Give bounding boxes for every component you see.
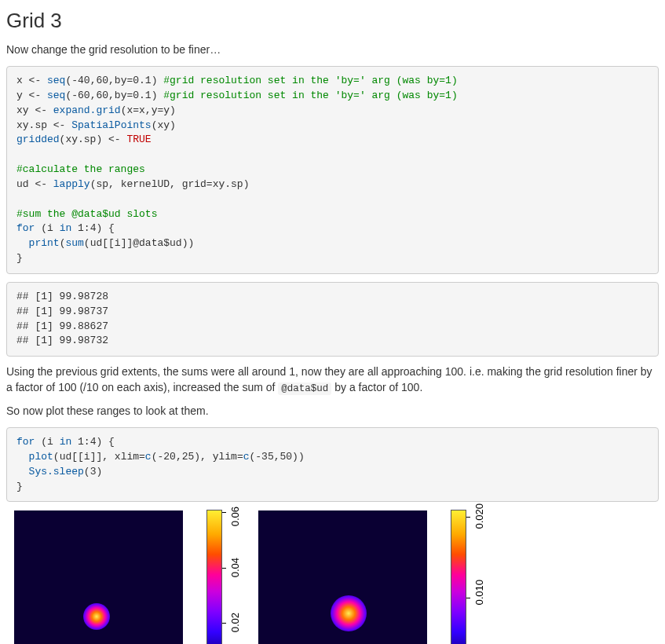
plots-row: 0.00 0.02 0.04 0.06 0.000 0.010 0.020: [6, 510, 659, 644]
plot-1: 0.00 0.02 0.04 0.06: [14, 510, 243, 644]
paragraph-2: So now plot these ranges to look at them…: [6, 404, 659, 419]
plot-2: 0.000 0.010 0.020: [258, 510, 487, 644]
colorbar-labels: 0.000 0.010 0.020: [473, 510, 487, 644]
colorbar-labels: 0.00 0.02 0.04 0.06: [228, 510, 243, 644]
code-block-2: for (i in 1:4) { plot(ud[[i]], xlim=c(-2…: [6, 427, 659, 502]
output-block-1: ## [1] 99.98728 ## [1] 99.98737 ## [1] 9…: [6, 282, 659, 357]
paragraph-1: Using the previous grid extents, the sum…: [6, 364, 659, 396]
colorbar-gradient: [451, 510, 466, 644]
intro-text: Now change the grid resolution to be fin…: [6, 42, 659, 58]
plot-1-canvas: [14, 510, 183, 644]
page-heading: Grid 3: [6, 6, 659, 35]
inline-code: @data$ud: [278, 382, 331, 395]
code-block-1: x <- seq(-40,60,by=0.1) #grid resolution…: [6, 66, 659, 274]
plot-2-colorbar: 0.000 0.010 0.020: [451, 510, 487, 644]
plot-2-canvas: [258, 510, 427, 644]
plot-1-colorbar: 0.00 0.02 0.04 0.06: [206, 510, 243, 644]
colorbar-gradient: [206, 510, 222, 644]
